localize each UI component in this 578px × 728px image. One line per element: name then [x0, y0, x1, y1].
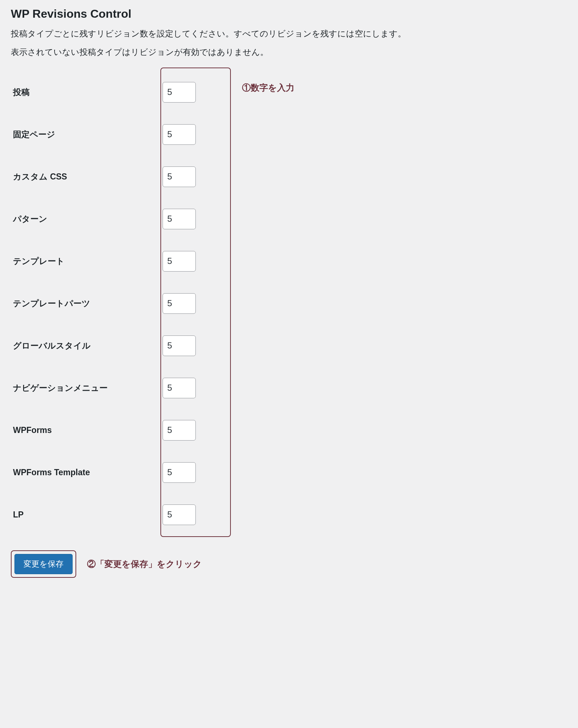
submit-area: 変更を保存 ②「変更を保存」をクリック — [11, 550, 567, 578]
table-row: グローバルスタイル — [11, 325, 567, 367]
post-type-input-cell — [163, 451, 567, 494]
table-row: テンプレートパーツ — [11, 282, 567, 325]
section-title: WP Revisions Control — [11, 7, 567, 21]
post-type-label: 投稿 — [11, 71, 163, 113]
save-annotation: ②「変更を保存」をクリック — [87, 558, 202, 570]
post-type-label: カスタム CSS — [11, 156, 163, 198]
section-description-1: 投稿タイプごとに残すリビジョン数を設定してください。すべてのリビジョンを残すには… — [11, 27, 567, 40]
post-type-label: パターン — [11, 198, 163, 240]
revisions-input[interactable] — [163, 462, 196, 483]
revisions-input[interactable] — [163, 166, 196, 187]
table-row: カスタム CSS — [11, 156, 567, 198]
post-type-label: WPForms Template — [11, 451, 163, 494]
post-type-input-cell — [163, 113, 567, 156]
revisions-input[interactable] — [163, 420, 196, 441]
revisions-input[interactable] — [163, 82, 196, 103]
post-type-input-cell — [163, 409, 567, 451]
input-annotation: ①数字を入力 — [242, 82, 294, 94]
table-row: パターン — [11, 198, 567, 240]
post-type-label: WPForms — [11, 409, 163, 451]
table-row: LP — [11, 494, 567, 536]
post-type-input-cell — [163, 282, 567, 325]
revisions-input[interactable] — [163, 378, 196, 398]
post-type-label: テンプレートパーツ — [11, 282, 163, 325]
table-row: WPForms — [11, 409, 567, 451]
revisions-table-body: 投稿固定ページカスタム CSSパターンテンプレートテンプレートパーツグローバルス… — [11, 71, 567, 536]
submit-highlight-box: 変更を保存 — [11, 550, 76, 578]
table-row: 固定ページ — [11, 113, 567, 156]
post-type-input-cell — [163, 240, 567, 282]
revisions-input[interactable] — [163, 124, 196, 145]
revisions-input[interactable] — [163, 209, 196, 229]
revisions-input[interactable] — [163, 251, 196, 272]
post-type-label: 固定ページ — [11, 113, 163, 156]
table-row: テンプレート — [11, 240, 567, 282]
save-button[interactable]: 変更を保存 — [14, 554, 73, 574]
post-type-input-cell — [163, 494, 567, 536]
post-type-label: グローバルスタイル — [11, 325, 163, 367]
post-type-input-cell — [163, 367, 567, 409]
post-type-input-cell — [163, 198, 567, 240]
table-row: WPForms Template — [11, 451, 567, 494]
post-type-label: LP — [11, 494, 163, 536]
form-area: ①数字を入力 投稿固定ページカスタム CSSパターンテンプレートテンプレートパー… — [11, 71, 567, 536]
table-row: ナビゲーションメニュー — [11, 367, 567, 409]
post-type-input-cell — [163, 156, 567, 198]
post-type-label: テンプレート — [11, 240, 163, 282]
section-description-2: 表示されていない投稿タイプはリビジョンが有効ではありません。 — [11, 46, 567, 59]
revisions-form-table: 投稿固定ページカスタム CSSパターンテンプレートテンプレートパーツグローバルス… — [11, 71, 567, 536]
revisions-input[interactable] — [163, 335, 196, 356]
settings-wrap: WP Revisions Control 投稿タイプごとに残すリビジョン数を設定… — [0, 0, 578, 585]
post-type-label: ナビゲーションメニュー — [11, 367, 163, 409]
post-type-input-cell — [163, 71, 567, 113]
post-type-input-cell — [163, 325, 567, 367]
revisions-input[interactable] — [163, 293, 196, 314]
revisions-input[interactable] — [163, 504, 196, 525]
